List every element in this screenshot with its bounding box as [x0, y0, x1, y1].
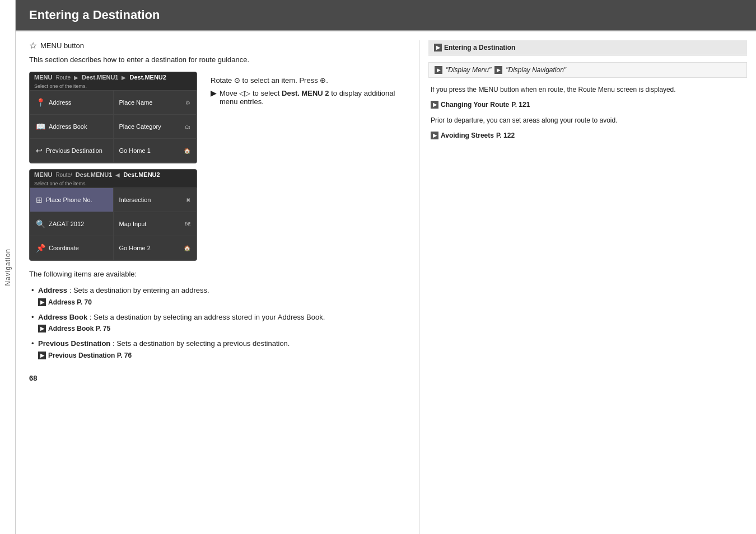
menu-screen-2-header: MENU Route/ Dest.MENU1 ◀ Dest.MENU2	[30, 170, 197, 180]
list-item-previous-dest: Previous Destination : Sets a destinatio…	[29, 336, 405, 363]
menu1-item-previous-dest[interactable]: ↩ Previous Destination	[30, 139, 113, 162]
menu1-tab2: Dest.MENU2	[129, 74, 166, 81]
page-header: Entering a Destination	[16, 0, 756, 31]
right-ref-line: ▶ "Display Menu" ▶ "Display Navigation"	[428, 62, 747, 78]
menu2-item-go-home2[interactable]: Go Home 2 🏠	[114, 236, 197, 260]
instruction-rotate: Rotate ⊙ to select an item. Press ⊕.	[211, 76, 405, 85]
instructions-panel: Rotate ⊙ to select an item. Press ⊕. ▶ M…	[211, 72, 405, 115]
menu1-grid: 📍 Address Place Name ⚙ 📖 Address Book	[30, 90, 197, 163]
menu1-item-place-name[interactable]: Place Name ⚙	[114, 91, 197, 114]
menu2-subtitle: Select one of the items.	[30, 180, 197, 188]
menu1-item-go-home1[interactable]: Go Home 1 🏠	[114, 139, 197, 162]
list-item-address: Address : Sets a destination by entering…	[29, 283, 405, 310]
ref-address-book: ▶ Address Book P. 75	[38, 324, 405, 334]
menu-button-label: MENU button	[40, 41, 84, 50]
content-split: ☆ MENU button This section describes how…	[16, 31, 756, 534]
instruction-move: ▶ Move ◁▷ to select Dest. MENU 2 to disp…	[211, 89, 405, 106]
intro-text: This section describes how to enter a de…	[29, 55, 405, 64]
menu1-tab1: Dest.MENU1	[82, 74, 118, 81]
phone-icon: ⊞	[36, 195, 43, 204]
list-item-address-book: Address Book : Sets a destination by sel…	[29, 310, 405, 336]
menu-screenshots: MENU Route ▶ Dest.MENU1 ▶ Dest.MENU2 Sel…	[29, 72, 405, 261]
menu2-item-place-phone[interactable]: ⊞ Place Phone No.	[30, 188, 113, 212]
sidebar-nav-label: Navigation	[4, 249, 12, 286]
menu2-tab2: Dest.MENU2	[123, 171, 160, 178]
menu-screens: MENU Route ▶ Dest.MENU1 ▶ Dest.MENU2 Sel…	[29, 72, 197, 261]
ref-previous-dest: ▶ Previous Destination P. 76	[38, 350, 405, 360]
right-header-icon: ▶	[434, 44, 442, 51]
menu-button-section: ☆ MENU button	[29, 40, 405, 51]
ref-avoiding-streets: ▶ Avoiding Streets P. 122	[428, 132, 747, 139]
page-title: Entering a Destination	[29, 8, 160, 22]
menu2-item-intersection[interactable]: Intersection ✖	[114, 188, 197, 212]
coordinate-icon: 📌	[36, 243, 45, 252]
right-header-title: Entering a Destination	[444, 44, 515, 51]
right-para-2: Prior to departure, you can set areas al…	[428, 115, 747, 126]
menu2-item-coordinate[interactable]: 📌 Coordinate	[30, 236, 113, 260]
right-header: ▶ Entering a Destination	[428, 40, 747, 55]
zagat-icon: 🔍	[36, 219, 45, 228]
sidebar-nav: Navigation	[0, 0, 16, 534]
ref-changing-route: ▶ Changing Your Route P. 121	[428, 101, 747, 109]
menu1-item-address[interactable]: 📍 Address	[30, 91, 113, 114]
menu-screen-1-header: MENU Route ▶ Dest.MENU1 ▶ Dest.MENU2	[30, 72, 197, 82]
items-list: Address : Sets a destination by entering…	[29, 283, 405, 363]
menu1-subtitle: Select one of the items.	[30, 82, 197, 90]
main-content: Entering a Destination ☆ MENU button Thi…	[16, 0, 756, 534]
menu1-item-place-category[interactable]: Place Category 🗂	[114, 115, 197, 138]
menu1-item-address-book[interactable]: 📖 Address Book	[30, 115, 113, 138]
items-list-title: The following items are available:	[29, 270, 405, 278]
menu2-item-map-input[interactable]: Map Input 🗺	[114, 212, 197, 236]
menu2-label: MENU	[34, 171, 52, 178]
left-col: ☆ MENU button This section describes how…	[16, 40, 419, 534]
menu1-label: MENU	[34, 74, 52, 81]
address-book-icon: 📖	[36, 122, 45, 131]
menu2-item-zagat[interactable]: 🔍 ZAGAT 2012	[30, 212, 113, 236]
right-para-1: If you press the MENU button when en rou…	[428, 85, 747, 95]
menu-screen-2: MENU Route/ Dest.MENU1 ◀ Dest.MENU2 Sele…	[29, 169, 197, 261]
address-icon: 📍	[36, 98, 45, 107]
previous-dest-icon: ↩	[36, 146, 43, 155]
menu-screen-1: MENU Route ▶ Dest.MENU1 ▶ Dest.MENU2 Sel…	[29, 72, 197, 163]
menu-icon: ☆	[29, 40, 37, 51]
menu2-grid: ⊞ Place Phone No. Intersection ✖ 🔍 ZAGAT	[30, 188, 197, 260]
page-number: 68	[29, 374, 405, 382]
ref-address: ▶ Address P. 70	[38, 297, 405, 307]
right-col: ▶ Entering a Destination ▶ "Display Menu…	[419, 40, 756, 534]
menu2-tab1: Dest.MENU1	[76, 171, 112, 178]
